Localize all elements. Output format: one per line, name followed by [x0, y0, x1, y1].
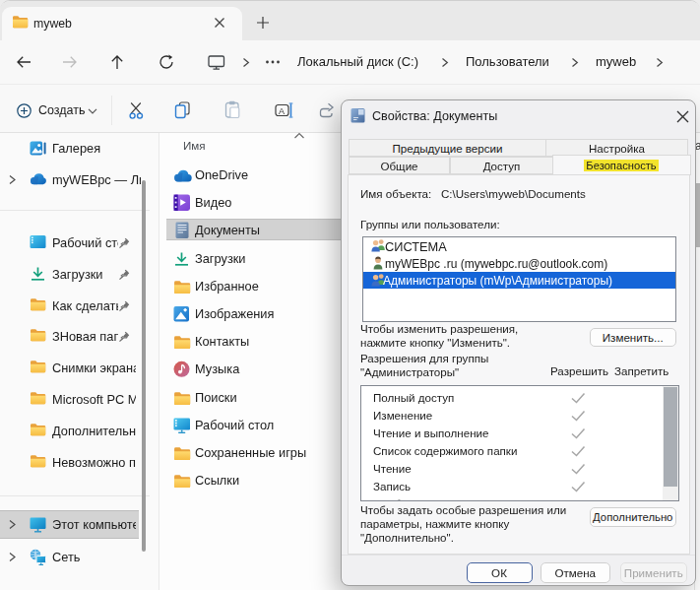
svg-text:A: A — [279, 106, 285, 116]
